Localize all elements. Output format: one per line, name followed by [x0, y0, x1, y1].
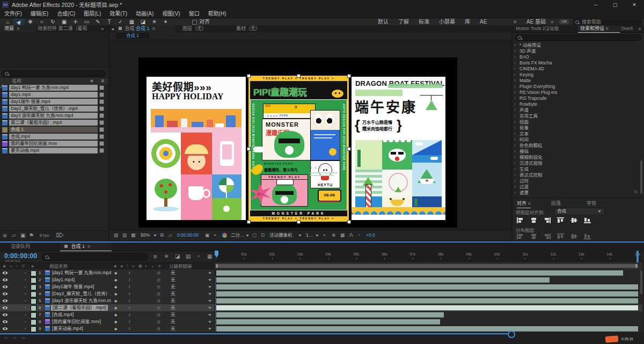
layer-name[interactable]: [day1端午 惬意.mp4] [52, 283, 111, 290]
parent-select-value[interactable]: 无 [171, 325, 175, 332]
minimize-button[interactable]: ─ [586, 0, 605, 10]
layer-duration-bar[interactable] [216, 312, 444, 318]
parent-pickwhip-icon[interactable]: @ [157, 269, 160, 276]
layer-name[interactable]: [夏天动画.mp4] [52, 325, 111, 332]
tab-render-queue[interactable]: 渲染队列 [11, 243, 30, 251]
project-item-row[interactable]: 夏天动画.mp4 [0, 147, 108, 154]
effects-category[interactable]: ›抠像 [513, 125, 640, 131]
progress-handle[interactable] [508, 331, 515, 338]
layer-name[interactable]: [我的童年回忆阅鉴.mov] [52, 318, 111, 325]
frame-blend-switch-icon[interactable]: / [129, 290, 130, 297]
effects-category[interactable]: ›实用工具 [513, 113, 640, 119]
twirl-icon[interactable]: › [513, 113, 519, 119]
selection-handle[interactable] [247, 147, 251, 151]
parent-pickwhip-icon[interactable]: @ [157, 283, 160, 290]
video-progress-bar[interactable] [0, 333, 511, 334]
transparency-grid-icon[interactable]: ⊡ [261, 231, 265, 240]
twirl-icon[interactable]: › [25, 269, 26, 276]
roto-brush-tool-icon[interactable]: ✳ [149, 18, 160, 26]
workspace-overflow-icon[interactable]: » [551, 18, 554, 26]
text-tool-icon[interactable]: T [104, 18, 115, 26]
project-item-row[interactable]: 合成 1 [0, 126, 108, 133]
project-item-row[interactable]: Day2_摩天轮_雪儿（优秀）.mp4 [0, 105, 108, 112]
timeline-button-icon[interactable]: ▦ [340, 231, 345, 240]
parent-pickwhip-icon[interactable]: @ [157, 290, 160, 297]
menu-item[interactable]: 效果(T) [105, 10, 131, 18]
brush-tool-icon[interactable]: ✓ [115, 18, 126, 26]
camera-tool-icon[interactable]: ▣ [58, 18, 70, 26]
new-folder-icon[interactable]: ▱ [12, 231, 16, 240]
effects-category[interactable]: ›过渡 [513, 184, 640, 190]
quality-switch-icon[interactable]: ◆ [114, 304, 117, 311]
effects-category[interactable]: ›扭曲 [513, 119, 640, 125]
tab-effect-controls[interactable]: 效果控件 第二课（葡萄 [38, 25, 98, 32]
tab-timeline-comp[interactable]: 合成 1 ≡ [60, 243, 112, 251]
twirl-icon[interactable]: › [25, 311, 26, 318]
shape-tool-icon[interactable]: ▭ [81, 18, 92, 26]
layer-color-swatch[interactable] [31, 277, 36, 283]
tab-align[interactable]: 对齐 ≡ [517, 200, 531, 208]
label-column-icon[interactable]: ◈ [90, 78, 93, 84]
project-search-field[interactable] [2, 70, 106, 77]
project-item-row[interactable]: day1 鸭玩一夏 九鱼Ann.mp4⁂ [0, 84, 108, 91]
twirl-icon[interactable]: › [25, 283, 26, 290]
effects-category[interactable]: ›Rowbyte [513, 101, 640, 107]
layer-name[interactable]: [Day2_摩天轮_雪儿（优秀）.mp4] [52, 290, 111, 297]
layer-name[interactable]: [day3 游乐摩天轮 九鱼Ann.mp4] [52, 297, 111, 304]
effects-category[interactable]: ›Boris FX Mocha [513, 60, 640, 66]
frame-blend-switch-icon[interactable]: / [129, 318, 130, 325]
layer-color-swatch[interactable] [31, 298, 36, 304]
twirl-icon[interactable]: › [513, 125, 519, 131]
frame-blend-icon[interactable]: ▤ [186, 253, 191, 259]
work-area-bar[interactable] [216, 264, 638, 268]
parent-select-value[interactable]: 无 [171, 304, 175, 311]
label-color-box[interactable] [99, 85, 104, 90]
layer-duration-row[interactable] [215, 304, 642, 312]
menu-item[interactable]: 视图(V) [158, 10, 184, 18]
timeline-layer-row[interactable]: ›4[Day2_摩天轮_雪儿（优秀）.mp4]◆/@无 [0, 290, 215, 298]
twirl-icon[interactable]: › [513, 160, 519, 166]
layer-color-swatch[interactable] [31, 284, 36, 290]
frame-blend-switch-icon[interactable]: / [129, 311, 130, 318]
effects-category[interactable]: ›文本 [513, 131, 640, 137]
effects-category[interactable]: ›过时 [513, 178, 640, 184]
twirl-icon[interactable]: › [513, 42, 519, 48]
sync-settings-icon[interactable]: CB [559, 19, 569, 24]
primary-viewer-icon[interactable]: ▥ [122, 231, 127, 240]
menu-item[interactable]: 图层(L) [79, 10, 105, 18]
effects-category[interactable]: ›RG Trapcode [513, 96, 640, 101]
timeline-layer-row[interactable]: ›3[day1端午 惬意.mp4]◆/@无 [0, 283, 215, 291]
resolution-select[interactable]: 二分… [231, 231, 245, 240]
effects-category[interactable]: ›3D 声道 [513, 48, 640, 54]
project-item-row[interactable]: day1端午 惬意.mp4 [0, 98, 108, 105]
twirl-icon[interactable]: › [513, 143, 519, 149]
label-color-box[interactable] [99, 113, 104, 118]
layer-duration-row[interactable] [215, 276, 642, 284]
lock-column-icon[interactable]: ⊡ [21, 263, 25, 269]
project-item-row[interactable]: 第二课（葡萄乐园）.mp4 [0, 119, 108, 126]
workspace-ae-basics[interactable]: AE 基础 [522, 18, 551, 26]
expand-render-icon[interactable]: ▭ [13, 335, 17, 340]
effects-category[interactable]: ›BAO [513, 54, 640, 60]
parent-select-value[interactable]: 无 [171, 311, 175, 318]
parent-select-value[interactable]: 无 [171, 297, 175, 304]
project-item-row[interactable]: day1.mp4 [0, 91, 108, 98]
effects-category[interactable]: ›沉浸式视频 [513, 160, 640, 166]
quality-switch-icon[interactable]: ◆ [114, 283, 117, 290]
tab-character[interactable]: 字符 [587, 200, 596, 207]
rotate-tool-icon[interactable]: ↻ [47, 18, 58, 26]
layer-duration-bar[interactable] [216, 319, 440, 325]
eye-icon[interactable] [3, 313, 8, 316]
layer-name-header[interactable]: 图层名称 [49, 263, 68, 269]
menu-item[interactable]: 编辑(E) [26, 10, 53, 18]
align-bottom-button[interactable] [584, 217, 591, 223]
timeline-layer-row[interactable]: ›7[合成.mp4]◆/@无 [0, 311, 215, 319]
mask-visibility-icon[interactable]: ▱ [169, 231, 172, 240]
tab-motion-tools[interactable]: Motion Tools 2汉化版 [516, 25, 576, 32]
twirl-icon[interactable]: › [513, 96, 519, 101]
eye-icon[interactable] [3, 327, 8, 330]
comp-view-area[interactable]: 美好假期»»» HAPPY HOLIDAY [138, 57, 457, 228]
effects-category[interactable]: ›声道 [513, 107, 640, 113]
workspace-item[interactable]: 库 [460, 18, 475, 26]
parent-select-value[interactable]: 无 [171, 318, 175, 325]
